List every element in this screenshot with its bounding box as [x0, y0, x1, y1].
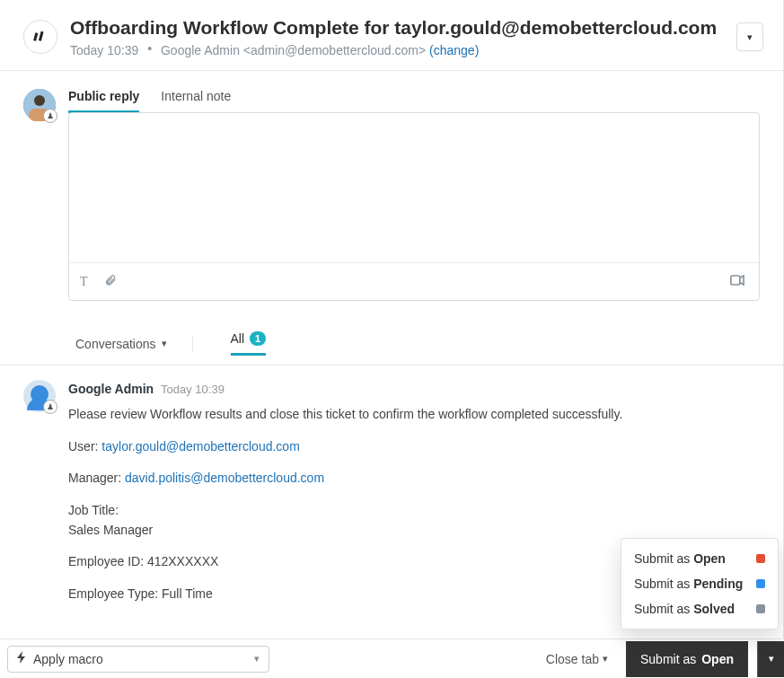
app-avatar — [23, 20, 57, 54]
lightning-icon — [17, 651, 26, 666]
tab-internal-note[interactable]: Internal note — [161, 89, 231, 113]
filter-conversations[interactable]: Conversations ▾ — [75, 337, 193, 351]
ticket-title: Offboarding Workflow Complete for taylor… — [70, 16, 724, 40]
tab-public-reply[interactable]: Public reply — [68, 89, 139, 113]
filter-conversations-label: Conversations — [75, 337, 156, 351]
svg-point-3 — [34, 95, 45, 106]
filter-all-label: All — [231, 331, 245, 346]
reply-textarea[interactable] — [69, 113, 759, 262]
ticket-timestamp: Today 10:39 — [70, 43, 138, 57]
text-format-icon[interactable]: T — [80, 275, 88, 289]
submit-menu-toggle[interactable]: ▾ — [757, 641, 784, 677]
submit-prefix: Submit as — [640, 652, 696, 666]
job-title-label: Job Title: — [68, 501, 760, 521]
svg-rect-0 — [33, 32, 38, 40]
reply-tabs: Public reply Internal note — [68, 89, 760, 113]
ticket-meta: Today 10:39 • Google Admin <admin@demobe… — [70, 43, 724, 57]
apps-icon[interactable] — [730, 273, 748, 290]
conversation-filters: Conversations ▾ All 1 — [0, 301, 783, 365]
chevron-down-icon: ▾ — [769, 653, 774, 665]
user-label: User: — [68, 439, 101, 453]
manager-link[interactable]: david.politis@demobettercloud.com — [125, 471, 324, 485]
status-swatch-solved — [756, 604, 765, 613]
reply-editor: T — [68, 112, 760, 301]
message-intro: Please review Workflow results and close… — [68, 405, 760, 425]
editor-toolbar: T — [69, 262, 759, 300]
chevron-down-icon: ▾ — [747, 31, 753, 43]
ticket-header: Offboarding Workflow Complete for taylor… — [0, 0, 783, 71]
filter-all-count: 1 — [250, 331, 266, 346]
user-link[interactable]: taylor.gould@demobettercloud.com — [101, 439, 299, 453]
close-tab-label: Close tab — [546, 652, 599, 666]
user-badge-icon: ♟ — [43, 400, 57, 414]
header-menu-button[interactable]: ▾ — [736, 22, 763, 51]
chevron-down-icon: ▾ — [162, 338, 167, 349]
submit-as-solved[interactable]: Submit as Solved — [621, 596, 778, 621]
chevron-down-icon: ▾ — [603, 653, 608, 665]
separator-dot: • — [147, 41, 152, 56]
status-swatch-pending — [756, 579, 765, 588]
svg-rect-1 — [39, 31, 44, 41]
chevron-down-icon: ▾ — [254, 653, 260, 665]
ticket-footer: Apply macro ▾ Close tab ▾ Submit as Open… — [0, 638, 784, 678]
requester-email: <admin@demobettercloud.com> — [243, 43, 426, 57]
agent-avatar: ♟ — [23, 89, 56, 121]
filter-all[interactable]: All 1 — [231, 331, 267, 356]
apply-macro-label: Apply macro — [33, 652, 103, 666]
message-author: Google Admin — [68, 382, 154, 396]
submit-as-pending[interactable]: Submit as Pending — [621, 571, 778, 596]
apply-macro-button[interactable]: Apply macro ▾ — [7, 646, 269, 673]
manager-label: Manager: — [68, 471, 125, 485]
submit-state: Open — [701, 652, 734, 666]
submit-status-menu: Submit as Open Submit as Pending Submit … — [621, 538, 779, 630]
svg-rect-5 — [731, 276, 740, 285]
message-time: Today 10:39 — [161, 383, 225, 396]
requester-name: Google Admin — [161, 43, 240, 57]
close-tab-button[interactable]: Close tab ▾ — [546, 652, 608, 666]
bettercloud-icon — [32, 29, 48, 45]
requester-avatar: ♟ — [23, 380, 56, 412]
change-requester-link[interactable]: (change) — [429, 43, 479, 57]
submit-as-open[interactable]: Submit as Open — [621, 546, 778, 571]
status-swatch-open — [756, 554, 765, 563]
attachment-icon[interactable] — [104, 273, 117, 290]
submit-button[interactable]: Submit as Open — [626, 641, 748, 677]
